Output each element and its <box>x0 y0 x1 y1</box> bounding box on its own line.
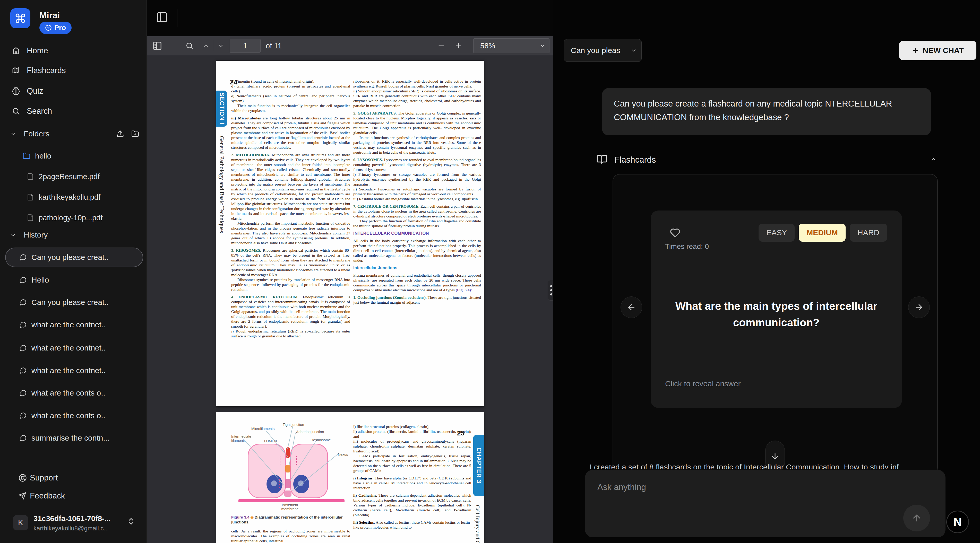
chat-selector-dropdown[interactable]: Can you pleas <box>564 39 642 62</box>
chat-bubble-icon <box>19 321 27 329</box>
zoom-select[interactable]: 58% <box>473 38 549 53</box>
nucleus <box>293 475 309 493</box>
support-item[interactable]: Support <box>0 470 147 486</box>
app-root: Mirai Pro HomeFlashcardsQuizSearch Folde… <box>0 0 980 543</box>
panel-toggle-icon[interactable] <box>156 11 168 23</box>
arrow-down-icon <box>770 452 780 461</box>
app-title: Mirai <box>40 10 60 20</box>
difficulty-easy-button[interactable]: EASY <box>759 224 795 241</box>
sidebar-item-search[interactable]: Search <box>0 103 147 119</box>
zoom-in-icon[interactable] <box>455 42 463 50</box>
pdf-text-block: 7. CENTRIOLE OR CENTROSOME. Each cell co… <box>353 204 481 219</box>
upload-icon[interactable] <box>116 130 124 138</box>
history-item[interactable]: summarise the contn... <box>0 428 147 448</box>
flashcards-section-title: Flashcards <box>614 155 656 165</box>
page-count-label: of 11 <box>266 41 282 50</box>
history-header[interactable]: History <box>0 228 147 242</box>
history-item[interactable]: Can you please creat.. <box>0 292 147 312</box>
chevrons-up-down-icon[interactable] <box>127 517 135 526</box>
page2-left-column: cells. As a result, the regions of occlu… <box>231 529 350 543</box>
feedback-label: Feedback <box>30 491 65 500</box>
page-number-input[interactable]: 1 <box>230 39 261 53</box>
chat-bubble-icon <box>19 412 27 419</box>
pdf-search-icon[interactable] <box>185 42 194 50</box>
flashcard[interactable]: EASYMEDIUMHARD Times read: 0 What are th… <box>651 211 902 408</box>
difficulty-medium-button[interactable]: MEDIUM <box>799 224 846 241</box>
reveal-answer-hint[interactable]: Click to reveal answer <box>665 379 741 388</box>
nextjs-dev-badge[interactable]: N <box>946 511 969 533</box>
pdf-text-block: e) Neurofilaments (seen in neurons of ce… <box>231 94 350 103</box>
sidebar-item-quiz[interactable]: Quiz <box>0 83 147 99</box>
new-folder-icon[interactable] <box>131 130 139 138</box>
folders-header[interactable]: Folders <box>0 127 147 141</box>
pdf-text-block: Intercellular Junctions <box>353 265 481 270</box>
sidebar-footer: Support Feedback K 31c36dfa-1061-70f8-..… <box>0 460 147 543</box>
dev-badge-letter: N <box>953 516 962 528</box>
history-item[interactable]: what are the contnet.. <box>0 361 147 380</box>
arrow-left-icon <box>627 303 636 312</box>
previous-page-icon[interactable] <box>202 43 209 49</box>
avatar[interactable]: K <box>13 515 28 530</box>
file-item[interactable]: karthikeyakollu.pdf <box>0 189 147 205</box>
account-email: karthikeyakollu8@gmail.c... <box>33 525 109 532</box>
basement-membrane-bar <box>239 499 345 502</box>
pdf-text-block: INTERCELLULAR COMMUNICATION <box>353 231 481 236</box>
flashcard-question: What are the main types of intercellular… <box>666 298 887 331</box>
chapter-tab: CHAPTER 3 <box>473 435 484 496</box>
pdf-text-block: iii) Selectins. Also called as lectins, … <box>353 520 471 530</box>
file-name: pathology-10p...pdf <box>39 214 102 222</box>
pdf-text-block: iii) Microtubules are long hollow tubula… <box>231 116 350 150</box>
chat-input-placeholder: Ask anything <box>597 482 646 492</box>
pdf-sidebar-toggle-icon[interactable] <box>153 41 162 51</box>
pro-badge-label: Pro <box>54 24 66 32</box>
sidebar-item-home[interactable]: Home <box>0 43 147 59</box>
arrow-up-icon <box>912 513 922 523</box>
file-item[interactable]: pathology-10p...pdf <box>0 210 147 225</box>
history-item[interactable]: what are the conts o.. <box>0 383 147 403</box>
pdf-text-block: i) fibrillar structural proteins (collag… <box>353 424 471 429</box>
send-button[interactable] <box>903 505 930 532</box>
chevron-down-icon <box>631 48 637 54</box>
history-item[interactable]: Can you please creat.. <box>0 248 147 267</box>
pdf-text-block: ribosomes on it. RER is especially well-… <box>353 79 481 89</box>
send-icon <box>19 492 26 500</box>
previous-card-button[interactable] <box>620 297 642 318</box>
pdf-text-block: 1. Occluding junctions (Zonula occludens… <box>353 295 481 305</box>
chat-bubble-icon <box>19 389 27 397</box>
app-logo[interactable] <box>10 8 30 28</box>
next-card-button[interactable] <box>908 297 930 318</box>
chat-input[interactable]: Ask anything <box>585 470 945 537</box>
new-chat-button[interactable]: NEW CHAT <box>899 41 977 60</box>
folder-icon <box>23 152 30 160</box>
pdf-text-block: Its main functions are synthesis of carb… <box>353 135 481 155</box>
chevron-down-icon <box>10 131 16 137</box>
feedback-item[interactable]: Feedback <box>0 487 147 504</box>
difficulty-hard-button[interactable]: HARD <box>850 224 887 241</box>
history-item-label: Can you please creat.. <box>32 298 109 307</box>
arrow-right-icon <box>914 303 924 312</box>
history-item[interactable]: what are the contnet.. <box>0 315 147 335</box>
lifebuoy-icon <box>19 474 27 482</box>
sidebar-item-flashcards[interactable]: Flashcards <box>0 62 147 79</box>
history-item[interactable]: what are the conts o.. <box>0 406 147 426</box>
zoom-out-icon[interactable] <box>437 42 445 50</box>
support-label: Support <box>30 473 58 483</box>
chevron-down-icon <box>10 232 16 238</box>
figure-label: Basement membrane <box>274 503 305 511</box>
flashcards-container: EASYMEDIUMHARD Times read: 0 What are th… <box>612 174 938 475</box>
history-item-label: what are the conts o.. <box>32 389 105 397</box>
figure-label: Adhering junction <box>296 430 324 434</box>
page-number-value: 1 <box>243 41 247 50</box>
collapse-flashcards-icon[interactable] <box>930 156 937 163</box>
pdf-text-block: ii) adhesion proteins (fibronectin, lami… <box>353 429 471 439</box>
folder-item[interactable]: hello <box>0 148 147 164</box>
next-page-icon[interactable] <box>218 43 224 49</box>
margin-text: General Pathology and Basic Techniques <box>218 136 225 233</box>
favorite-heart-icon[interactable] <box>669 227 681 238</box>
pdf-content[interactable]: 24 SECTION I General Pathology and Basic… <box>147 56 553 543</box>
history-item[interactable]: what are the contnet.. <box>0 338 147 358</box>
page2-right-column: i) fibrillar structural proteins (collag… <box>353 424 471 543</box>
file-item[interactable]: 2pageResume.pdf <box>0 169 147 184</box>
chat-bubble-icon <box>19 367 27 374</box>
history-item[interactable]: Hello <box>0 270 147 290</box>
